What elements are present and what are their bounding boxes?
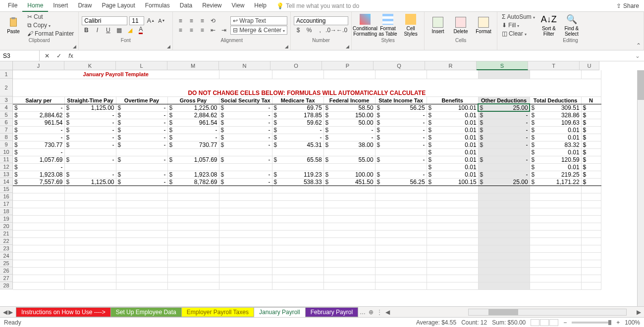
row-header-28[interactable]: 28 [0,282,13,289]
column-header-P[interactable]: P [322,61,374,70]
tab-formulas[interactable]: Formulas [140,0,175,12]
column-header-S[interactable]: S [477,61,528,70]
tab-draw[interactable]: Draw [73,0,97,12]
cell-styles-button[interactable]: Cell Styles [400,14,421,37]
column-header-K[interactable]: K [64,61,116,70]
decrease-font-button[interactable]: A▼ [157,16,166,25]
enter-formula-button[interactable]: ✓ [54,51,63,60]
row-header-26[interactable]: 26 [0,267,13,275]
row-header-15[interactable]: 15 [0,186,13,193]
fx-button[interactable]: fx [66,51,75,60]
hscroll-left[interactable]: ◀ [385,309,390,316]
tab-data[interactable]: Data [175,0,197,12]
number-format-select[interactable]: Accounting [294,16,348,25]
currency-button[interactable]: $ [294,26,303,35]
column-header-J[interactable]: J [13,61,64,70]
zoom-out-button[interactable]: − [563,319,567,326]
tell-me[interactable]: 💡 Tell me what you want to do [276,2,359,9]
tab-view[interactable]: View [227,0,250,12]
collapse-ribbon-button[interactable]: ⌃ [636,42,641,49]
decrease-decimal-button[interactable]: ←.0 [337,26,346,35]
row-header-6[interactable]: 6 [0,119,13,126]
row-header-20[interactable]: 20 [0,223,13,230]
name-box[interactable]: S3 [0,50,40,61]
font-size-select[interactable]: 11 [129,16,144,25]
format-painter-button[interactable]: 🖌Format Painter [26,30,75,38]
row-header-8[interactable]: 8 [0,134,13,141]
row-header-23[interactable]: 23 [0,245,13,252]
wrap-text-button[interactable]: ↩Wrap Text [230,16,287,25]
column-header-L[interactable]: L [116,61,167,70]
sheet-tab[interactable]: February Payrol [305,307,358,317]
align-left-button[interactable]: ≡ [176,26,185,35]
row-header-5[interactable]: 5 [0,111,13,119]
tab-insert[interactable]: Insert [48,0,73,12]
cancel-formula-button[interactable]: ✕ [43,51,52,60]
orientation-button[interactable]: ⟲ [209,16,217,25]
hscroll-right[interactable]: ▶ [637,309,641,316]
row-header-13[interactable]: 13 [0,171,13,178]
sheet-nav-prev[interactable]: ◀ [3,309,7,316]
row-header-24[interactable]: 24 [0,252,13,260]
spreadsheet-grid[interactable]: JKLMNOPQRSTU 123456789101112131415161718… [0,61,644,306]
increase-font-button[interactable]: A▲ [146,16,155,25]
row-header-19[interactable]: 19 [0,215,13,223]
sheet-tab[interactable]: Set Up Employee Data [110,307,182,317]
tab-review[interactable]: Review [197,0,226,12]
insert-cells-button[interactable]: Insert [428,17,448,34]
row-header-11[interactable]: 11 [0,156,13,163]
italic-button[interactable]: I [93,26,102,35]
percent-button[interactable]: % [305,26,314,35]
align-center-button[interactable]: ≡ [187,26,196,35]
row-header-3[interactable]: 3 [0,96,13,104]
autosum-button[interactable]: ΣAutoSum [500,13,537,21]
select-all-corner[interactable] [0,61,13,70]
zoom-thumb[interactable] [608,320,611,325]
zoom-in-button[interactable]: + [616,319,620,326]
row-header-4[interactable]: 4 [0,104,13,111]
row-header-14[interactable]: 14 [0,178,13,186]
sheet-tab[interactable]: January Payroll [254,307,306,317]
zoom-level[interactable]: 100% [625,319,640,326]
page-break-view-button[interactable] [549,319,558,326]
font-color-button[interactable]: A [136,26,145,35]
row-header-16[interactable]: 16 [0,193,13,200]
clear-button[interactable]: ◫Clear [500,30,537,38]
zoom-slider[interactable] [572,322,611,324]
row-header-9[interactable]: 9 [0,141,13,148]
row-header-22[interactable]: 22 [0,237,13,245]
comma-button[interactable]: , [316,26,324,35]
row-header-25[interactable]: 25 [0,260,13,267]
decrease-indent-button[interactable]: ⇤ [209,26,217,35]
row-header-17[interactable]: 17 [0,200,13,208]
vscroll-thumb[interactable] [638,70,644,100]
border-button[interactable]: ▦ [114,26,123,35]
tab-page-layout[interactable]: Page Layout [97,0,140,12]
fill-button[interactable]: ⬇Fill [500,21,537,29]
page-layout-view-button[interactable] [540,319,549,326]
alignment-dialog-launcher[interactable]: ◢ [285,44,288,49]
share-button[interactable]: ⇪ Share [616,2,639,9]
increase-indent-button[interactable]: ⇥ [219,26,228,35]
column-header-R[interactable]: R [425,61,477,70]
merge-center-button[interactable]: ⊟Merge & Center [230,26,287,35]
sort-filter-button[interactable]: A↓ZSort & Filter [538,14,559,37]
column-header-M[interactable]: M [167,61,219,70]
format-as-table-button[interactable]: Format as Table [377,14,398,37]
bold-button[interactable]: B [82,26,91,35]
column-header-N[interactable]: N [219,61,270,70]
align-top-button[interactable]: ≡ [176,16,185,25]
font-name-select[interactable]: Calibri [82,16,127,25]
add-sheet-button[interactable]: ⊕ [369,309,374,316]
row-header-27[interactable]: 27 [0,275,13,282]
column-header-U[interactable]: U [580,61,599,70]
align-right-button[interactable]: ≡ [198,26,207,35]
row-header-12[interactable]: 12 [0,163,13,171]
cut-button[interactable]: ✂Cut [26,13,75,21]
column-header-Q[interactable]: Q [374,61,425,70]
copy-button[interactable]: ⧉Copy [26,21,75,29]
clipboard-dialog-launcher[interactable]: ◢ [73,44,76,49]
conditional-formatting-button[interactable]: Conditional Formatting [355,14,376,37]
tab-help[interactable]: Help [249,0,271,12]
underline-button[interactable]: U [104,26,112,35]
